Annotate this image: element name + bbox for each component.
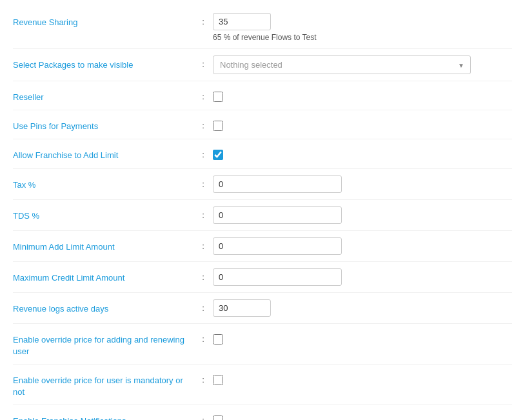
label-enable-override-mandatory: Enable override price for user is mandat… <box>13 371 193 398</box>
row-tax: Tax % : <box>13 169 512 200</box>
control-min-add-limit <box>213 237 512 255</box>
row-allow-franchise: Allow Franchise to Add Limit : <box>13 139 512 168</box>
colon-revenue-sharing: : <box>193 13 213 26</box>
control-reseller <box>213 88 512 102</box>
label-allow-franchise: Allow Franchise to Add Limit <box>13 146 193 161</box>
label-tds: TDS % <box>13 206 193 222</box>
control-use-pins <box>213 117 512 131</box>
label-revenue-logs: Revenue logs active days <box>13 299 193 315</box>
input-min-add-limit[interactable] <box>213 237 342 255</box>
control-allow-franchise <box>213 146 512 160</box>
label-tax: Tax % <box>13 175 193 191</box>
row-use-pins: Use Pins for Payments : <box>13 110 512 139</box>
checkbox-enable-override-add-renew[interactable] <box>213 334 223 345</box>
row-revenue-logs: Revenue logs active days : <box>13 293 512 324</box>
row-select-packages: Select Packages to make visible : Nothin… <box>13 49 512 81</box>
colon-enable-franchise-notifications: : <box>193 412 213 420</box>
control-tds <box>213 206 512 224</box>
colon-enable-override-mandatory: : <box>193 371 213 385</box>
checkbox-enable-override-mandatory[interactable] <box>213 375 223 385</box>
control-select-packages: Nothing selected <box>213 55 512 74</box>
row-enable-override-add-renew: Enable override price for adding and ren… <box>13 324 512 365</box>
control-enable-override-add-renew <box>213 330 512 345</box>
colon-allow-franchise: : <box>193 146 213 159</box>
input-max-credit-limit[interactable] <box>213 268 342 286</box>
input-revenue-logs[interactable] <box>213 299 271 317</box>
form-container: Revenue Sharing : 65 % of revenue Flows … <box>0 0 525 420</box>
row-enable-override-mandatory: Enable override price for user is mandat… <box>13 365 512 405</box>
row-reseller: Reseller : <box>13 81 512 110</box>
dropdown-packages[interactable]: Nothing selected <box>213 55 471 74</box>
hint-revenue-sharing: 65 % of revenue Flows to Test <box>213 33 317 42</box>
colon-select-packages: : <box>193 55 213 69</box>
control-revenue-logs <box>213 299 512 317</box>
row-revenue-sharing: Revenue Sharing : 65 % of revenue Flows … <box>13 6 512 49</box>
checkbox-enable-franchise-notifications[interactable] <box>213 415 223 420</box>
colon-tds: : <box>193 206 213 220</box>
label-enable-override-add-renew: Enable override price for adding and ren… <box>13 330 193 357</box>
row-min-add-limit: Minimum Add Limit Amount : <box>13 231 512 262</box>
colon-min-add-limit: : <box>193 237 213 251</box>
colon-reseller: : <box>193 88 213 101</box>
row-max-credit-limit: Maximum Credit Limit Amount : <box>13 262 512 293</box>
row-enable-franchise-notifications: Enable Franchise Notifications : <box>13 405 512 420</box>
input-tax[interactable] <box>213 175 342 193</box>
control-tax <box>213 175 512 193</box>
control-enable-franchise-notifications <box>213 412 512 420</box>
label-revenue-sharing: Revenue Sharing <box>13 13 193 28</box>
label-enable-franchise-notifications: Enable Franchise Notifications <box>13 412 193 420</box>
colon-use-pins: : <box>193 117 213 130</box>
checkbox-use-pins[interactable] <box>213 121 223 131</box>
label-use-pins: Use Pins for Payments <box>13 117 193 132</box>
control-revenue-sharing: 65 % of revenue Flows to Test <box>213 13 512 42</box>
checkbox-allow-franchise[interactable] <box>213 150 223 160</box>
control-max-credit-limit <box>213 268 512 286</box>
select-wrapper-packages: Nothing selected <box>213 55 471 74</box>
label-min-add-limit: Minimum Add Limit Amount <box>13 237 193 253</box>
colon-tax: : <box>193 175 213 189</box>
row-tds: TDS % : <box>13 200 512 231</box>
label-reseller: Reseller <box>13 88 193 103</box>
colon-max-credit-limit: : <box>193 268 213 282</box>
checkbox-reseller[interactable] <box>213 92 223 102</box>
colon-revenue-logs: : <box>193 299 213 313</box>
input-tds[interactable] <box>213 206 342 224</box>
control-enable-override-mandatory <box>213 371 512 385</box>
input-revenue-sharing[interactable] <box>213 13 271 30</box>
label-select-packages: Select Packages to make visible <box>13 55 193 71</box>
colon-enable-override-add-renew: : <box>193 330 213 344</box>
label-max-credit-limit: Maximum Credit Limit Amount <box>13 268 193 284</box>
